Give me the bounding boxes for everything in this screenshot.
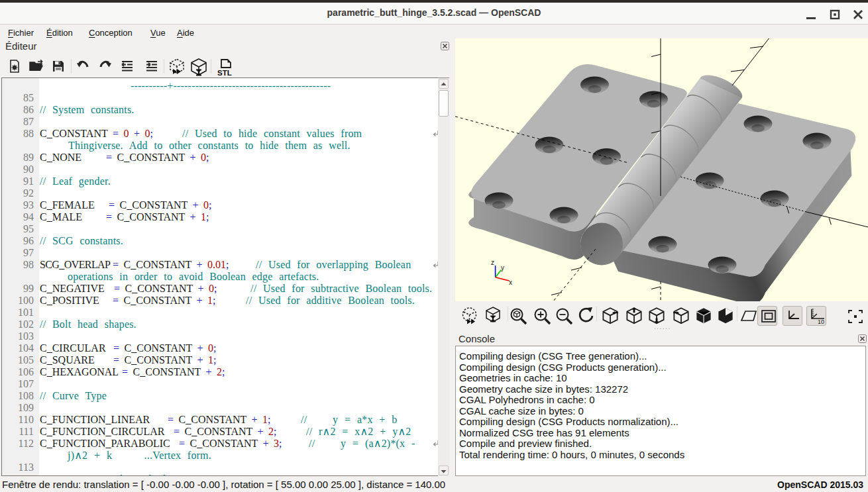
svg-text:STL: STL bbox=[217, 69, 232, 77]
svg-text:z: z bbox=[491, 259, 494, 266]
svg-text:x: x bbox=[509, 279, 512, 286]
svg-text:y: y bbox=[501, 264, 504, 271]
svg-text:10: 10 bbox=[818, 319, 824, 325]
